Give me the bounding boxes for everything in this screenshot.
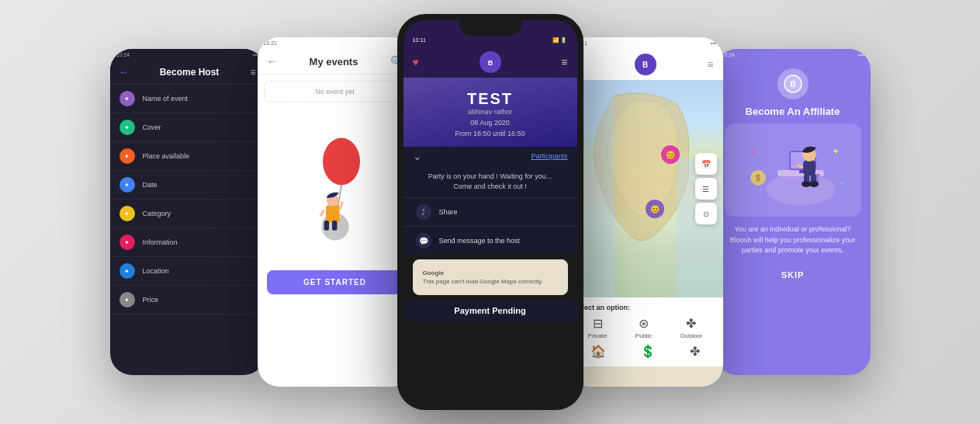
svg-point-15 <box>766 174 836 205</box>
svg-line-8 <box>320 210 324 216</box>
phone2-status: 10:21 ▪▪▪ <box>258 37 413 49</box>
outdoor-icon: ✤ <box>680 316 703 331</box>
phone2-time: 10:21 <box>264 40 278 46</box>
fab-calendar[interactable]: 📅 <box>695 153 717 175</box>
menu-item-category[interactable]: ✦ Category <box>110 200 265 228</box>
svg-line-7 <box>339 202 342 210</box>
option-icon1: 🏠 <box>590 344 606 359</box>
phone4: 10:11 ▪▪▪ ♥ B ≡ <box>568 37 723 387</box>
option-icon2: 💲 <box>640 344 656 359</box>
phone2-no-event-text: No event yet <box>315 88 355 96</box>
option-icon3: ✤ <box>690 344 700 359</box>
outdoor-label: Outdoor <box>680 332 703 339</box>
svg-text:✦: ✦ <box>840 180 845 187</box>
phone2-btn-label: GET STARTED <box>303 278 366 287</box>
menu-item-name[interactable]: ✦ Name of event <box>110 85 265 113</box>
phone5-status: 10:24 ▪▪▪ <box>715 49 871 61</box>
menu-icon-location: ✦ <box>119 263 135 279</box>
phone1-hamburger[interactable]: ≡ <box>250 67 255 78</box>
phone5-logo: B <box>777 68 809 99</box>
phone3-chevron-bar: ⌄ Participants <box>403 147 577 165</box>
phone1-back-arrow[interactable]: ← <box>119 67 129 78</box>
phone3: 10:11 📶 🔋 ♥ B ≡ TEST <box>397 14 583 410</box>
menu-icon-cover: ✦ <box>119 120 135 135</box>
phone4-logo: B <box>635 54 656 75</box>
menu-item-cover[interactable]: ✦ Cover <box>110 113 265 142</box>
menu-label-place: Place available <box>143 152 190 160</box>
menu-label-date: Date <box>143 181 158 189</box>
phone4-signal: ▪▪▪ <box>711 40 716 46</box>
phone3-desc-line2: Come and check it out ! <box>413 182 568 192</box>
phone3-menu-icon[interactable]: ≡ <box>561 56 567 68</box>
phone5-time: 10:24 <box>722 52 736 57</box>
phone4-option-private[interactable]: ⊟ Private <box>588 316 608 339</box>
message-icon: 💬 <box>416 233 431 248</box>
share-icon: ⤴ <box>416 204 431 220</box>
svg-point-29 <box>809 181 819 187</box>
phone3-desc-line1: Party is on your hand ! Waiting for you.… <box>413 172 568 182</box>
phone4-fab-group: 📅 ☰ ⊙ <box>695 153 717 224</box>
menu-label-info: Information <box>143 238 178 246</box>
fab-location[interactable]: ⊙ <box>695 203 717 224</box>
phone1: 10:24 ▪▪▪ ← Become Host ≡ ✦ Name of even… <box>110 49 265 375</box>
phone3-event-time: From 16:50 until 16:50 <box>413 130 568 137</box>
menu-label-location: Location <box>143 267 169 275</box>
svg-line-1 <box>338 185 341 205</box>
phone3-wrapper: 10:11 📶 🔋 ♥ B ≡ TEST <box>397 14 583 410</box>
phone1-wrapper: 10:24 ▪▪▪ ← Become Host ≡ ✦ Name of even… <box>110 49 265 375</box>
phone3-header: ♥ B ≡ <box>403 47 577 78</box>
phone4-options-row2: 🏠 💲 ✤ <box>574 344 717 360</box>
phones-container: 10:24 ▪▪▪ ← Become Host ≡ ✦ Name of even… <box>0 0 980 424</box>
phone3-logo-svg: B <box>483 54 498 70</box>
phone4-select-label: Select an option: <box>574 304 717 311</box>
svg-point-0 <box>323 138 360 186</box>
chevron-down-icon[interactable]: ⌄ <box>413 150 422 162</box>
phone3-message-action[interactable]: 💬 Send message to the host <box>403 226 577 255</box>
phone4-option-outdoor[interactable]: ✤ Outdoor <box>680 316 703 339</box>
menu-icon-info: ✦ <box>119 235 135 250</box>
phone4-option-icon1[interactable]: 🏠 <box>590 344 606 360</box>
phone3-message-label: Send message to the host <box>439 237 521 245</box>
svg-text:✦: ✦ <box>750 149 756 156</box>
phone1-status: 10:24 ▪▪▪ <box>110 49 265 61</box>
menu-item-price[interactable]: ✦ Price <box>110 286 265 315</box>
phone3-notch <box>459 20 521 36</box>
phone5-wrapper: 10:24 ▪▪▪ B Become An Affiliate <box>715 49 871 375</box>
menu-item-location[interactable]: ✦ Location <box>110 257 265 286</box>
svg-text:B: B <box>790 80 795 89</box>
balloon-svg <box>273 124 397 248</box>
phone3-signal-icons: 📶 🔋 <box>552 37 568 43</box>
phone2-wrapper: 10:21 ▪▪▪ ← My events 🔍 No event yet <box>258 37 413 387</box>
menu-item-date[interactable]: ✦ Date <box>110 171 265 200</box>
menu-item-place[interactable]: ✦ Place available <box>110 142 265 171</box>
phone3-share-action[interactable]: ⤴ Share <box>403 197 577 226</box>
phone3-description: Party is on your hand ! Waiting for you.… <box>403 165 577 197</box>
phone4-wrapper: 10:11 ▪▪▪ ♥ B ≡ <box>568 37 723 387</box>
phone4-option-icon2[interactable]: 💲 <box>640 344 656 360</box>
phone3-event-title: TEST <box>413 90 568 108</box>
svg-text:$: $ <box>756 174 760 182</box>
phone4-option-public[interactable]: ⊛ Public <box>635 316 653 339</box>
phone3-time: 10:11 <box>413 37 427 43</box>
phone1-title: Become Host <box>160 67 220 78</box>
svg-text:✦: ✦ <box>832 146 840 157</box>
phone2-back-arrow[interactable]: ← <box>267 55 278 68</box>
phone4-menu-icon[interactable]: ≡ <box>707 58 713 71</box>
phone3-participants-link[interactable]: Participants <box>531 152 567 160</box>
phone3-payment-label: Payment Pending <box>403 300 577 321</box>
menu-icon-price: ✦ <box>119 292 135 308</box>
menu-item-info[interactable]: ✦ Information <box>110 228 265 257</box>
fab-filter[interactable]: ☰ <box>695 178 717 200</box>
phone4-status: 10:11 ▪▪▪ <box>568 37 723 49</box>
map-background: 😊 😊 📅 ☰ ⊙ <box>568 80 723 297</box>
public-icon: ⊛ <box>635 316 653 331</box>
phone2-get-started-button[interactable]: GET STARTED <box>267 270 403 294</box>
phone2-header: ← My events 🔍 <box>258 49 413 75</box>
phone4-option-icon3[interactable]: ✤ <box>690 344 700 360</box>
menu-icon-name: ✦ <box>119 91 135 106</box>
phone5-skip-button[interactable]: SKIP <box>715 270 871 280</box>
phone3-heart-icon[interactable]: ♥ <box>413 56 419 68</box>
phone1-header: ← Become Host ≡ <box>110 61 265 85</box>
phone2-title: My events <box>310 56 358 68</box>
google-error-text: This page can't load Google Maps correct… <box>423 278 558 285</box>
